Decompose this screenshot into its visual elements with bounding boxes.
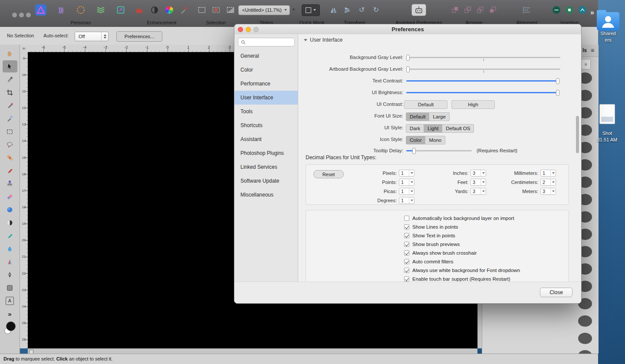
- preferences-sidebar-item[interactable]: Linked Services: [234, 160, 298, 174]
- preferences-sidebar-item[interactable]: Color: [234, 63, 298, 77]
- decimal-stepper[interactable]: 1: [399, 188, 414, 195]
- slider-thumb[interactable]: [406, 66, 410, 72]
- segment-option[interactable]: Large: [429, 112, 449, 121]
- auto-contrast-icon[interactable]: [150, 4, 159, 16]
- slider-thumb[interactable]: [406, 55, 410, 61]
- brush-preview[interactable]: [578, 350, 592, 354]
- segment-option[interactable]: Default OS: [442, 124, 474, 133]
- panel-menu-icon[interactable]: ≡: [591, 47, 594, 54]
- view-tool[interactable]: [3, 47, 17, 59]
- text-tool[interactable]: A: [3, 295, 17, 307]
- toolbar-overflow-button[interactable]: »: [590, 9, 594, 16]
- decimal-stepper[interactable]: 1: [399, 170, 414, 177]
- ui-contrast-high-button[interactable]: High: [451, 100, 495, 109]
- preferences-sidebar-item[interactable]: Performance: [234, 77, 298, 91]
- insert-on-top-icon[interactable]: [578, 4, 587, 16]
- decimal-stepper[interactable]: 1: [399, 179, 414, 186]
- assistant-preferences-button[interactable]: [411, 4, 426, 16]
- crop-tool[interactable]: [3, 86, 17, 98]
- clone-stamp-tool[interactable]: [3, 177, 17, 190]
- ruler-unit-box[interactable]: in: [20, 45, 28, 52]
- chevron-down-icon[interactable]: [409, 179, 414, 185]
- preference-checkbox[interactable]: [404, 250, 409, 256]
- slider-thumb[interactable]: [556, 78, 559, 84]
- chevron-down-icon[interactable]: [313, 9, 316, 11]
- develop-persona-icon[interactable]: [75, 4, 86, 16]
- dialog-titlebar[interactable]: Preferences: [234, 24, 581, 35]
- liquify-persona-icon[interactable]: ))): [55, 4, 66, 16]
- healing-brush-tool[interactable]: [3, 151, 17, 164]
- preferences-search-input[interactable]: [238, 38, 295, 46]
- blur-tool[interactable]: [3, 243, 17, 255]
- preferences-sidebar-item[interactable]: Photoshop Plugins: [234, 146, 298, 160]
- decimal-stepper[interactable]: 1: [399, 197, 414, 204]
- preferences-button[interactable]: Preferences...: [116, 31, 162, 42]
- flip-horizontal-icon[interactable]: [329, 4, 338, 16]
- paint-brush-tool[interactable]: [3, 164, 17, 177]
- artboard-gray-slider[interactable]: [406, 69, 560, 70]
- export-persona-icon[interactable]: [115, 4, 126, 16]
- preferences-sidebar-item[interactable]: User Interface: [234, 91, 298, 105]
- move-backward-icon[interactable]: [476, 4, 485, 16]
- auto-colour-icon[interactable]: [164, 4, 174, 16]
- sharpen-tool[interactable]: [3, 256, 17, 268]
- auto-levels-icon[interactable]: [135, 4, 145, 16]
- brush-preview[interactable]: [578, 315, 592, 327]
- ui-contrast-default-button[interactable]: Default: [404, 100, 447, 109]
- text-contrast-slider[interactable]: [406, 80, 558, 82]
- pen-tool[interactable]: [3, 269, 17, 281]
- preference-checkbox[interactable]: [404, 276, 409, 282]
- quick-mask-button[interactable]: [302, 4, 320, 16]
- move-forward-icon[interactable]: [464, 4, 472, 16]
- preferences-sidebar-item[interactable]: Tools: [234, 105, 298, 118]
- preferences-sidebar-item[interactable]: Software Update: [234, 174, 298, 188]
- select-all-icon[interactable]: [197, 4, 207, 16]
- screenshot-file-icon[interactable]: Shot 31.51 AM: [595, 104, 620, 143]
- window-controls-inactive[interactable]: [12, 13, 31, 17]
- section-disclosure-icon[interactable]: [304, 39, 307, 41]
- segment-option[interactable]: Mono: [425, 136, 445, 144]
- shared-folder-icon[interactable]: Shared ers: [595, 12, 621, 43]
- segment-option[interactable]: Dark: [406, 124, 424, 133]
- window-minimize-button[interactable]: [19, 13, 24, 17]
- auto-white-balance-icon[interactable]: [179, 4, 189, 16]
- stepper-arrows-icon[interactable]: [101, 32, 108, 41]
- segment-option[interactable]: Color: [406, 136, 425, 144]
- chevron-down-icon[interactable]: [550, 188, 556, 194]
- flip-vertical-icon[interactable]: [343, 4, 352, 16]
- selection-brush-tool[interactable]: [3, 99, 17, 111]
- tooltip-delay-slider[interactable]: [406, 150, 472, 151]
- insert-inside-icon[interactable]: [565, 4, 574, 16]
- rotate-ccw-icon[interactable]: ↺: [357, 4, 367, 16]
- dodge-brush-tool[interactable]: [3, 216, 17, 229]
- segment-option[interactable]: Default: [406, 112, 429, 121]
- preference-checkbox[interactable]: [404, 268, 409, 273]
- background-gray-slider[interactable]: [406, 57, 560, 58]
- dialog-minimize-button[interactable]: [246, 27, 251, 32]
- chevron-down-icon[interactable]: [409, 197, 414, 203]
- slider-thumb[interactable]: [556, 90, 559, 96]
- ui-brightness-slider[interactable]: [406, 92, 558, 93]
- chevron-down-icon[interactable]: [409, 188, 414, 194]
- preferences-sidebar-item[interactable]: Shortcuts: [234, 118, 298, 132]
- decimal-stepper[interactable]: 1: [540, 170, 556, 177]
- shape-tool[interactable]: [3, 282, 17, 294]
- dialog-scrollbar[interactable]: [576, 116, 579, 153]
- more-tools-button[interactable]: »: [3, 308, 17, 320]
- preferences-sidebar-item[interactable]: Miscellaneous: [234, 188, 298, 202]
- panel-list-button[interactable]: ≡: [581, 59, 591, 69]
- brush-preview[interactable]: [578, 333, 592, 344]
- auto-select-dropdown[interactable]: Off: [75, 32, 109, 41]
- freehand-select-tool[interactable]: [3, 138, 17, 151]
- decimal-stepper[interactable]: 2: [540, 179, 556, 186]
- preference-checkbox[interactable]: [404, 242, 409, 247]
- flood-select-tool[interactable]: [3, 112, 17, 125]
- preference-checkbox[interactable]: [404, 216, 409, 221]
- chevron-down-icon[interactable]: [409, 170, 414, 176]
- colour-well[interactable]: [3, 321, 17, 335]
- invert-selection-icon[interactable]: [226, 4, 235, 16]
- preferences-sidebar-item[interactable]: Assistant: [234, 132, 298, 146]
- move-to-back-icon[interactable]: [489, 4, 497, 16]
- insert-behind-icon[interactable]: [552, 4, 561, 16]
- chevron-down-icon[interactable]: [550, 179, 556, 185]
